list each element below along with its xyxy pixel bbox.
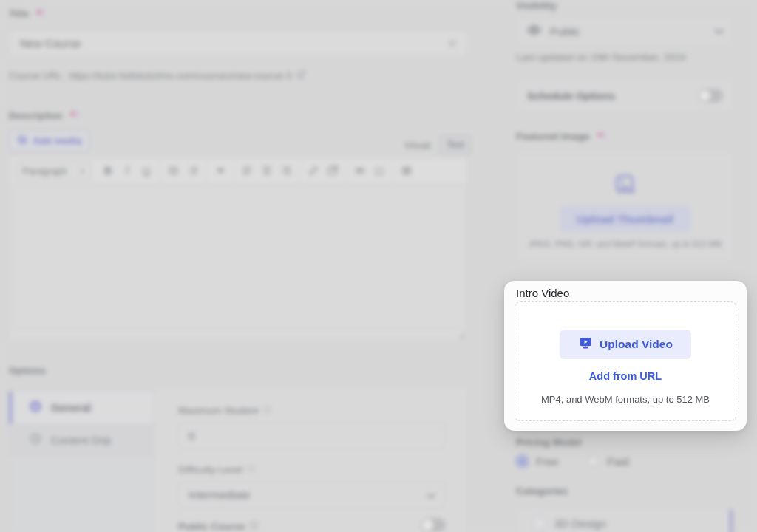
description-editor-body[interactable] [10, 185, 467, 329]
title-label: Title [9, 8, 29, 19]
radio-free[interactable] [516, 455, 529, 468]
categories-scrollbar[interactable] [730, 508, 733, 532]
difficulty-value: Intermediate [189, 488, 250, 501]
chevron-down-icon [427, 488, 435, 501]
options-general-panel: Maximum Student ⓘ Difficulty Level ⓘ Int… [155, 388, 467, 532]
code-icon-button[interactable]: {;} [370, 161, 389, 180]
info-icon[interactable]: ⓘ [263, 404, 272, 417]
course-builder-page: Title ✕ Course URL: https://tutor.hellot… [0, 0, 757, 532]
visibility-select[interactable]: Public [516, 16, 734, 47]
featured-image-dropzone[interactable]: Upload Thumbnail JPEG, PNG, GIF, and Web… [516, 151, 734, 262]
public-course-label-row: Public Course ⓘ [178, 520, 259, 532]
radio-free-label: Free [536, 455, 559, 468]
public-course-toggle[interactable] [421, 518, 446, 532]
tab-content-drip-label: Content Drip [51, 434, 111, 446]
course-url-label: Course URL: [9, 70, 64, 81]
categories-label: Categories [516, 485, 568, 497]
info-icon[interactable]: ⓘ [247, 463, 256, 476]
schedule-options-label: Schedule Options [527, 90, 615, 102]
course-url-value[interactable]: https://tutor.hellotutorlms.com/courses/… [69, 70, 291, 81]
resize-handle[interactable] [457, 330, 465, 338]
max-student-label: Maximum Student [178, 405, 259, 416]
schedule-options-toggle[interactable] [698, 89, 723, 103]
bullet-list-icon-button[interactable] [164, 161, 183, 180]
max-student-input-wrap [178, 422, 446, 449]
underline-icon-button[interactable]: U [137, 161, 156, 180]
ai-sparkle-icon[interactable] [595, 130, 607, 142]
ai-sparkle-icon[interactable] [68, 109, 80, 121]
description-label-row: Description [9, 109, 80, 121]
read-more-icon-button[interactable] [350, 161, 370, 180]
toolbar-toggle-icon-button[interactable] [397, 161, 416, 180]
paragraph-format-select[interactable]: Paragraph ▾ [16, 162, 91, 180]
intro-video-label: Intro Video [516, 287, 569, 299]
align-center-icon-button[interactable] [257, 161, 276, 180]
caret-down-icon: ▾ [81, 167, 84, 175]
clear-title-icon[interactable]: ✕ [447, 37, 457, 50]
intro-video-dropzone[interactable]: Upload Video Add from URL MP4, and WebM … [515, 301, 736, 421]
toolbar-separator [234, 157, 234, 185]
clock-icon [29, 432, 42, 448]
pricing-model-label: Pricing Model [516, 437, 582, 448]
paragraph-format-value: Paragraph [22, 166, 67, 177]
category-checkbox[interactable] [533, 517, 546, 530]
featured-image-label-row: Featured Image [516, 130, 607, 142]
background-content: Title ✕ Course URL: https://tutor.hellot… [0, 0, 757, 532]
radio-paid[interactable] [587, 455, 600, 468]
category-row[interactable]: 3D Design [517, 508, 733, 530]
tab-visual[interactable]: Visual [404, 140, 430, 151]
upload-video-button[interactable]: Upload Video [560, 330, 691, 359]
options-tab-list: General Content Drip [10, 388, 155, 532]
settings-sidebar: Visibility Public Last updated on 19th N… [516, 0, 734, 532]
toolbar-separator [206, 157, 207, 185]
title-label-row: Title [9, 7, 46, 19]
align-right-icon-button[interactable] [276, 161, 296, 180]
add-from-url-link[interactable]: Add from URL [589, 370, 662, 382]
description-editor: Paragraph ▾ B I U ❝ [9, 157, 468, 341]
video-formats-note: MP4, and WebM formats, up to 512 MB [541, 394, 710, 405]
chevron-down-icon [714, 24, 724, 38]
radio-dot [520, 459, 525, 464]
tab-text[interactable]: Text [439, 134, 472, 154]
radio-paid-label: Paid [607, 455, 629, 468]
add-media-label: Add media [33, 135, 81, 146]
add-media-button[interactable]: Add media [9, 130, 89, 151]
difficulty-select[interactable]: Intermediate [178, 481, 446, 508]
schedule-options-card: Schedule Options [516, 79, 734, 112]
toolbar-separator [346, 157, 347, 185]
numbered-list-icon-button[interactable] [183, 161, 203, 180]
categories-card: 3D Design [516, 508, 734, 532]
italic-icon-button[interactable]: I [118, 161, 137, 180]
insert-link-icon-button[interactable] [304, 161, 323, 180]
info-icon[interactable]: ⓘ [250, 520, 259, 532]
max-student-label-row: Maximum Student ⓘ [178, 404, 272, 417]
image-upload-icon [614, 174, 637, 199]
toggle-knob [699, 90, 710, 101]
editor-toolbar: Paragraph ▾ B I U ❝ [10, 157, 467, 185]
ai-sparkle-icon[interactable] [34, 7, 46, 19]
course-title-input[interactable] [20, 37, 447, 50]
description-label: Description [9, 110, 63, 121]
last-updated-text: Last updated on 19th November, 2024 [516, 52, 686, 63]
blockquote-icon-button[interactable]: ❝ [211, 161, 230, 180]
options-label: Options [9, 365, 46, 376]
toolbar-separator [299, 157, 300, 185]
eye-icon [526, 22, 542, 41]
edit-url-icon[interactable] [296, 69, 306, 82]
course-url-row: Course URL: https://tutor.hellotutorlms.… [9, 69, 306, 82]
options-card: General Content Drip Maximum Student ⓘ [9, 387, 468, 532]
toolbar-separator [393, 157, 393, 185]
editor-statusbar [10, 329, 467, 340]
max-student-input[interactable] [189, 429, 435, 442]
tab-general[interactable]: General [10, 392, 154, 424]
bold-icon-button[interactable]: B [98, 161, 118, 180]
video-icon [578, 335, 593, 353]
tab-content-drip[interactable]: Content Drip [10, 424, 154, 457]
upload-thumbnail-button[interactable]: Upload Thumbnail [560, 205, 691, 232]
align-left-icon-button[interactable] [238, 161, 257, 180]
difficulty-label: Difficulty Level [178, 464, 242, 475]
toolbar-separator [160, 157, 160, 185]
media-icon [17, 134, 28, 148]
edit-link-icon-button[interactable] [323, 161, 342, 180]
visibility-label: Visibility [516, 0, 557, 11]
